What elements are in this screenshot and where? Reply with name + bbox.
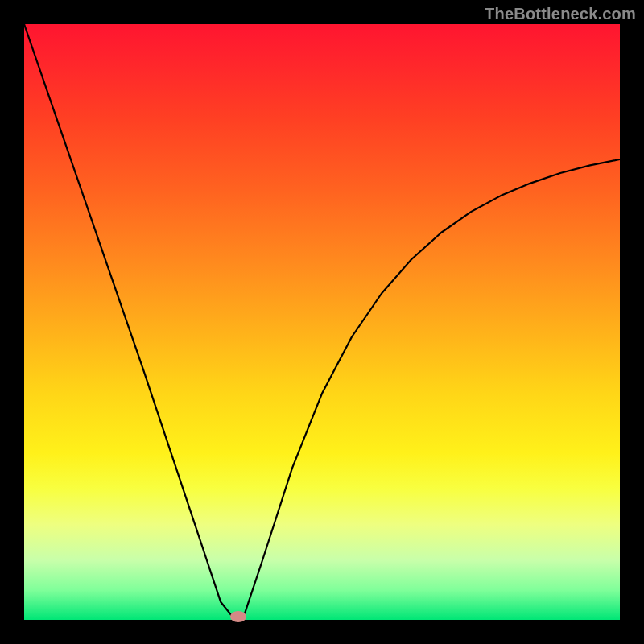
minimum-marker bbox=[230, 611, 246, 622]
watermark-text: TheBottleneck.com bbox=[485, 5, 636, 23]
bottleneck-curve bbox=[24, 24, 620, 620]
plot-area bbox=[24, 24, 620, 620]
